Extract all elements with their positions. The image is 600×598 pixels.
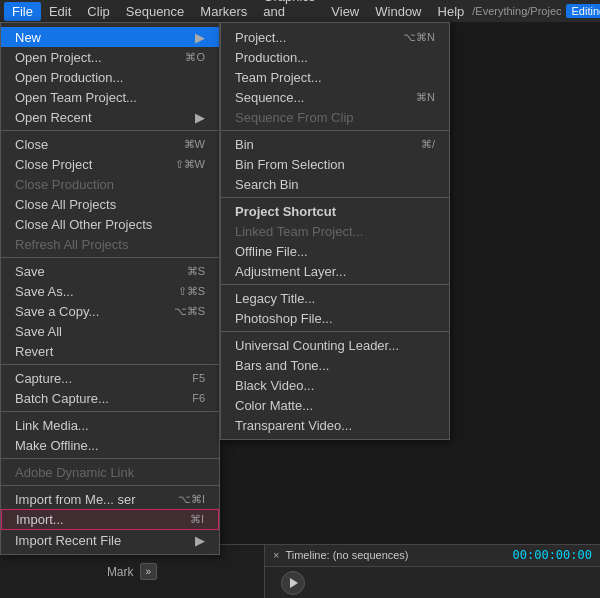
sep4 [1,411,219,412]
project-shortcut: ⌥⌘N [403,31,435,44]
save-copy-entry[interactable]: Save a Copy... ⌥⌘S [1,301,219,321]
dynamic-link-entry: Adobe Dynamic Link [1,462,219,482]
view-menu-item[interactable]: View [323,2,367,21]
save-entry[interactable]: Save ⌘S [1,261,219,281]
close-others-label: Close All Other Projects [15,217,152,232]
save-as-entry[interactable]: Save As... ⇧⌘S [1,281,219,301]
bars-tone-label: Bars and Tone... [235,358,329,373]
bin-from-sel-label: Bin From Selection [235,157,345,172]
import-from-me-entry[interactable]: Import from Me... ser ⌥⌘I [1,489,219,509]
new-menu-entry[interactable]: New ▶ [1,27,219,47]
window-menu-item[interactable]: Window [367,2,429,21]
new-arrow: ▶ [195,30,205,45]
linked-team-label: Linked Team Project... [235,224,363,239]
play-triangle-icon [290,578,298,588]
link-media-entry[interactable]: Link Media... [1,415,219,435]
close-others-entry[interactable]: Close All Other Projects [1,214,219,234]
batch-capture-entry[interactable]: Batch Capture... F6 [1,388,219,408]
timeline-close-btn[interactable]: × [273,549,279,561]
revert-label: Revert [15,344,53,359]
black-video-entry[interactable]: Black Video... [221,375,449,395]
revert-entry[interactable]: Revert [1,341,219,361]
project-entry[interactable]: Project... ⌥⌘N [221,27,449,47]
legacy-title-label: Legacy Title... [235,291,315,306]
import-entry[interactable]: Import... ⌘I [1,509,219,530]
mark-area: Mark » [107,563,157,580]
file-menu-dropdown: New ▶ Open Project... ⌘O Open Production… [0,22,220,555]
bin-label: Bin [235,137,254,152]
color-matte-entry[interactable]: Color Matte... [221,395,449,415]
sequence-entry[interactable]: Sequence... ⌘N [221,87,449,107]
save-as-shortcut: ⇧⌘S [178,285,205,298]
legacy-title-entry[interactable]: Legacy Title... [221,288,449,308]
bars-tone-entry[interactable]: Bars and Tone... [221,355,449,375]
open-recent-label: Open Recent [15,110,92,125]
make-offline-entry[interactable]: Make Offline... [1,435,219,455]
import-from-me-label: Import from Me... ser [15,492,136,507]
import-label: Import... [16,512,64,527]
save-copy-label: Save a Copy... [15,304,99,319]
open-production-label: Open Production... [15,70,123,85]
mark-label: Mark [107,565,134,579]
close-label: Close [15,137,48,152]
close-all-label: Close All Projects [15,197,116,212]
adjustment-layer-entry[interactable]: Adjustment Layer... [221,261,449,281]
file-menu-item[interactable]: File [4,2,41,21]
bin-shortcut: ⌘/ [421,138,435,151]
bin-entry[interactable]: Bin ⌘/ [221,134,449,154]
search-bin-label: Search Bin [235,177,299,192]
close-all-entry[interactable]: Close All Projects [1,194,219,214]
open-project-entry[interactable]: Open Project... ⌘O [1,47,219,67]
close-entry[interactable]: Close ⌘W [1,134,219,154]
sequence-shortcut: ⌘N [416,91,435,104]
save-copy-shortcut: ⌥⌘S [174,305,205,318]
team-project-entry[interactable]: Team Project... [221,67,449,87]
import-recent-arrow: ▶ [195,533,205,548]
close-project-shortcut: ⇧⌘W [175,158,205,171]
seq-from-clip-label: Sequence From Clip [235,110,354,125]
help-menu-item[interactable]: Help [430,2,473,21]
team-project-label: Team Project... [235,70,322,85]
markers-menu-item[interactable]: Markers [192,2,255,21]
sub-sep4 [221,331,449,332]
offline-file-entry[interactable]: Offline File... [221,241,449,261]
open-recent-entry[interactable]: Open Recent ▶ [1,107,219,127]
adjustment-layer-label: Adjustment Layer... [235,264,346,279]
import-recent-entry[interactable]: Import Recent File ▶ [1,530,219,550]
clip-menu-item[interactable]: Clip [79,2,117,21]
close-project-entry[interactable]: Close Project ⇧⌘W [1,154,219,174]
edit-menu-item[interactable]: Edit [41,2,79,21]
project-path: /Everything/Projec [472,5,561,17]
sep3 [1,364,219,365]
bin-from-sel-entry[interactable]: Bin From Selection [221,154,449,174]
menu-bar-right: /Everything/Projec Editing [472,4,600,18]
counting-leader-entry[interactable]: Universal Counting Leader... [221,335,449,355]
close-project-label: Close Project [15,157,92,172]
sequence-label: Sequence... [235,90,304,105]
chevron-btn[interactable]: » [140,563,158,580]
seq-from-clip-entry: Sequence From Clip [221,107,449,127]
project-shortcut-label: Project Shortcut [235,204,336,219]
production-entry[interactable]: Production... [221,47,449,67]
open-production-entry[interactable]: Open Production... [1,67,219,87]
new-label: New [15,30,41,45]
project-shortcut-entry[interactable]: Project Shortcut [221,201,449,221]
play-button[interactable] [281,571,305,595]
open-team-label: Open Team Project... [15,90,137,105]
open-recent-arrow: ▶ [195,110,205,125]
save-all-entry[interactable]: Save All [1,321,219,341]
color-matte-label: Color Matte... [235,398,313,413]
refresh-entry: Refresh All Projects [1,234,219,254]
capture-entry[interactable]: Capture... F5 [1,368,219,388]
sub-sep2 [221,197,449,198]
photoshop-file-entry[interactable]: Photoshop File... [221,308,449,328]
sub-sep1 [221,130,449,131]
sep5 [1,458,219,459]
sequence-menu-item[interactable]: Sequence [118,2,193,21]
close-production-entry: Close Production [1,174,219,194]
save-all-label: Save All [15,324,62,339]
timeline-header: × Timeline: (no sequences) 00:00:00:00 [265,545,600,567]
open-team-entry[interactable]: Open Team Project... [1,87,219,107]
search-bin-entry[interactable]: Search Bin [221,174,449,194]
transparent-video-entry[interactable]: Transparent Video... [221,415,449,435]
